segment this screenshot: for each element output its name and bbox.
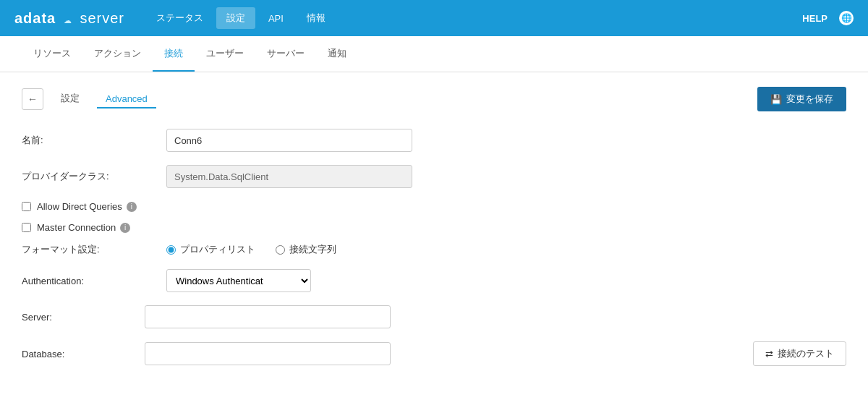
allow-direct-queries-checkbox[interactable] [22, 202, 31, 211]
topnav-right: HELP 🌐 [802, 11, 854, 25]
name-label: 名前: [22, 134, 166, 147]
save-icon: 💾 [770, 94, 782, 105]
nav-api[interactable]: API [258, 9, 294, 28]
format-row: フォーマット設定: プロパティリスト 接続文字列 [22, 243, 846, 256]
master-connection-row: Master Connection i [22, 222, 846, 233]
master-connection-info-icon[interactable]: i [120, 223, 130, 233]
main-content: ← 設定 Advanced 💾 変更を保存 名前: プロバイダークラス: All… [0, 72, 868, 400]
nav-status[interactable]: ステータス [146, 7, 213, 29]
auth-row: Authentication: Windows Authenticat SQL … [22, 269, 846, 292]
help-link[interactable]: HELP [802, 13, 827, 24]
subnav-resources[interactable]: リソース [22, 37, 82, 72]
subnav-actions[interactable]: アクション [82, 37, 153, 72]
database-label: Database: [22, 349, 145, 359]
name-input[interactable] [166, 129, 412, 152]
radio-connection-string[interactable]: 接続文字列 [276, 243, 336, 256]
master-connection-label[interactable]: Master Connection i [37, 222, 130, 233]
allow-direct-queries-info-icon[interactable]: i [127, 202, 137, 212]
subnav-connections[interactable]: 接続 [153, 37, 195, 72]
logo-api-icon: ☁ [64, 16, 72, 25]
server-row: Server: [22, 305, 846, 328]
tab-settings[interactable]: 設定 [52, 89, 88, 109]
provider-row: プロバイダークラス: [22, 165, 846, 188]
auth-label: Authentication: [22, 276, 166, 286]
topnav-left: adata ☁ server ステータス 設定 API 情報 [14, 7, 336, 29]
provider-input [166, 165, 412, 188]
name-row: 名前: [22, 129, 846, 152]
logo-brand: adata [14, 10, 56, 26]
tab-advanced[interactable]: Advanced [97, 90, 156, 108]
allow-direct-queries-row: Allow Direct Queries i [22, 201, 846, 212]
radio-property-list[interactable]: プロパティリスト [166, 243, 255, 256]
database-row: Database: ⇄ 接続のテスト [22, 341, 846, 366]
subnav-notifications[interactable]: 通知 [316, 37, 358, 72]
globe-symbol: 🌐 [841, 13, 852, 23]
top-navigation: adata ☁ server ステータス 設定 API 情報 HELP 🌐 [0, 0, 868, 36]
save-label: 変更を保存 [786, 93, 833, 106]
auth-select[interactable]: Windows Authenticat SQL Server Authentic… [166, 269, 311, 292]
logo-server: server [80, 10, 124, 26]
provider-label: プロバイダークラス: [22, 170, 166, 183]
server-label: Server: [22, 312, 145, 323]
topnav-menu: ステータス 設定 API 情報 [146, 7, 336, 29]
logo: adata ☁ server [14, 10, 124, 27]
page-toolbar: ← 設定 Advanced 💾 変更を保存 [22, 87, 846, 111]
server-input[interactable] [145, 305, 391, 328]
subnav-users[interactable]: ユーザー [195, 37, 255, 72]
nav-settings[interactable]: 設定 [216, 7, 255, 29]
test-label: 接続のテスト [778, 347, 834, 360]
allow-direct-queries-label[interactable]: Allow Direct Queries i [37, 201, 137, 212]
format-label: フォーマット設定: [22, 243, 166, 256]
test-connection-button[interactable]: ⇄ 接続のテスト [753, 341, 846, 366]
database-input-row: ⇄ 接続のテスト [145, 341, 846, 366]
sub-navigation: リソース アクション 接続 ユーザー サーバー 通知 [0, 36, 868, 72]
radio-property-list-input[interactable] [166, 245, 176, 255]
logo-text: adata ☁ server [14, 10, 124, 27]
test-icon: ⇄ [765, 349, 773, 359]
nav-info[interactable]: 情報 [297, 7, 336, 29]
database-input[interactable] [145, 342, 391, 365]
back-button[interactable]: ← [22, 88, 43, 110]
globe-icon[interactable]: 🌐 [839, 11, 854, 25]
format-radio-group: プロパティリスト 接続文字列 [166, 243, 336, 256]
save-button[interactable]: 💾 変更を保存 [757, 87, 846, 111]
radio-connection-string-input[interactable] [276, 245, 285, 255]
master-connection-checkbox[interactable] [22, 223, 31, 232]
server-input-row [145, 305, 846, 328]
subnav-server[interactable]: サーバー [255, 37, 316, 72]
